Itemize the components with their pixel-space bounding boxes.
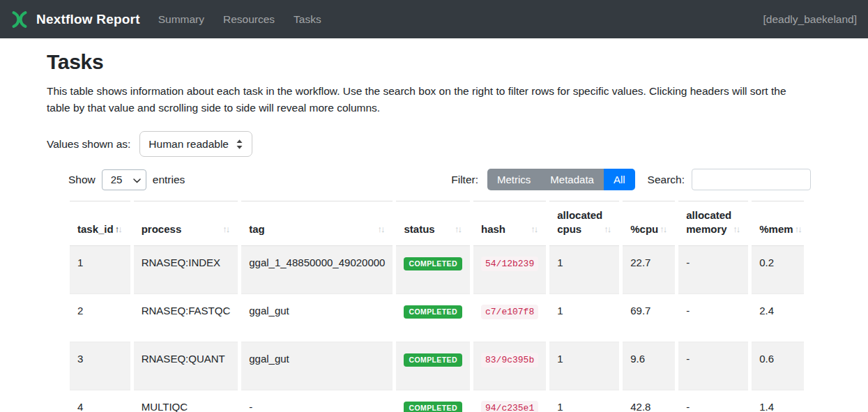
table-row: 1RNASEQ:INDEXggal_1_48850000_49020000COM… — [70, 246, 804, 294]
cell-tag: - — [241, 390, 393, 412]
cell-task_id: 3 — [70, 342, 130, 390]
cell-status: COMPLETED — [396, 294, 470, 342]
column-header-allocated_cpus[interactable]: allocated cpus↑↓ — [549, 201, 619, 246]
column-label: %mem — [759, 222, 793, 236]
cell-hash: 94/c235e1 — [473, 390, 546, 412]
table-controls-row: Show 25 entries Filter: MetricsMetadataA… — [47, 169, 811, 190]
table-header-row: task_id↑↓process↑↓tag↑↓status↑↓hash↑↓all… — [70, 201, 804, 246]
cell-task_id: 1 — [70, 246, 130, 294]
column-header-process[interactable]: process↑↓ — [134, 201, 238, 246]
values-shown-selected-value: Human readable — [149, 138, 229, 151]
page-length-control: Show 25 entries — [68, 169, 185, 190]
cell-value: MULTIQC — [142, 401, 188, 412]
cell-value: ggal_gut — [249, 353, 289, 365]
cell-pmem: 2.4 — [752, 294, 804, 342]
cell-process: RNASEQ:QUANT — [134, 342, 238, 390]
cell-value: ggal_1_48850000_49020000 — [249, 257, 385, 268]
cell-status: COMPLETED — [396, 390, 470, 412]
cell-value: 1 — [557, 353, 563, 365]
cell-value: 1 — [77, 257, 83, 268]
table-row: 4MULTIQC-COMPLETED94/c235e1142.8-1.4571.… — [70, 390, 804, 412]
hash-code: 83/9c395b — [481, 353, 538, 367]
cell-allocated_memory: - — [678, 246, 748, 294]
values-shown-select[interactable]: Human readable — [139, 131, 252, 157]
cell-value: - — [686, 353, 690, 365]
cell-process: RNASEQ:INDEX — [134, 246, 238, 294]
column-header-pcpu[interactable]: %cpu↑↓ — [623, 201, 675, 246]
cell-status: COMPLETED — [396, 246, 470, 294]
values-shown-row: Values shown as: Human readable — [47, 131, 811, 157]
cell-allocated_cpus: 1 — [549, 246, 619, 294]
navbar: Nextflow Report Summary Resources Tasks … — [0, 0, 868, 38]
cell-pmem: 1.4 — [752, 390, 804, 412]
nav-item-tasks[interactable]: Tasks — [294, 13, 321, 26]
hash-code: 54/12b239 — [481, 257, 538, 271]
table-row: 2RNASEQ:FASTQCggal_gutCOMPLETEDc7/e107f8… — [70, 294, 804, 342]
status-badge: COMPLETED — [404, 402, 462, 412]
cell-allocated_memory: - — [678, 390, 748, 412]
filter-button-all[interactable]: All — [604, 169, 635, 190]
nav-item-resources[interactable]: Resources — [223, 13, 275, 26]
sort-icon: ↑↓ — [531, 222, 538, 236]
cell-value: - — [686, 257, 690, 268]
page-length-select[interactable]: 25 — [102, 169, 146, 190]
status-badge: COMPLETED — [404, 257, 462, 270]
filter-button-metrics[interactable]: Metrics — [487, 169, 540, 190]
column-header-hash[interactable]: hash↑↓ — [473, 201, 546, 246]
page-title: Tasks — [47, 50, 811, 74]
cell-value: RNASEQ:QUANT — [142, 353, 225, 365]
cell-process: MULTIQC — [134, 390, 238, 412]
column-header-tag[interactable]: tag↑↓ — [241, 201, 393, 246]
cell-pcpu: 9.6 — [623, 342, 675, 390]
run-name-badge: [deadly_baekeland] — [763, 13, 857, 26]
search-label: Search: — [648, 174, 685, 186]
values-shown-label: Values shown as: — [47, 138, 130, 151]
entries-label: entries — [153, 174, 185, 186]
cell-value: 42.8 — [630, 401, 650, 412]
cell-pcpu: 42.8 — [623, 390, 675, 412]
cell-hash: 83/9c395b — [473, 342, 546, 390]
column-header-pmem[interactable]: %mem↑↓ — [752, 201, 804, 246]
sort-icon: ↑↓ — [604, 222, 611, 236]
column-header-task_id[interactable]: task_id↑↓ — [70, 201, 130, 246]
cell-value: 0.2 — [759, 257, 774, 268]
nextflow-logo-icon — [10, 10, 29, 29]
column-label: process — [142, 222, 182, 236]
column-label: tag — [249, 222, 265, 236]
filter-button-group: MetricsMetadataAll — [487, 169, 635, 190]
cell-tag: ggal_gut — [241, 342, 393, 390]
cell-value: 2 — [77, 305, 83, 316]
app-title[interactable]: Nextflow Report — [36, 12, 140, 27]
sort-icon: ↑↓ — [377, 222, 385, 236]
column-header-status[interactable]: status↑↓ — [396, 201, 470, 246]
sort-icon: ↑↓ — [455, 222, 462, 236]
cell-value: 9.6 — [630, 353, 645, 365]
cell-value: 1 — [557, 305, 563, 316]
cell-allocated_cpus: 1 — [549, 390, 619, 412]
cell-value: 69.7 — [630, 305, 650, 316]
cell-allocated_memory: - — [678, 342, 748, 390]
column-label: status — [404, 222, 434, 236]
cell-task_id: 2 — [70, 294, 130, 342]
nav-item-summary[interactable]: Summary — [158, 13, 204, 26]
tasks-table-wrapper[interactable]: task_id↑↓process↑↓tag↑↓status↑↓hash↑↓all… — [66, 201, 804, 412]
column-header-allocated_memory[interactable]: allocated memory↑↓ — [678, 201, 748, 246]
search-input[interactable] — [692, 169, 811, 190]
column-label: hash — [481, 222, 505, 236]
cell-process: RNASEQ:FASTQC — [134, 294, 238, 342]
cell-allocated_cpus: 1 — [549, 294, 619, 342]
cell-pcpu: 22.7 — [623, 246, 675, 294]
cell-value: RNASEQ:INDEX — [142, 257, 220, 268]
column-label: task_id — [77, 222, 114, 236]
cell-allocated_memory: - — [678, 294, 748, 342]
column-label: allocated cpus — [557, 208, 602, 236]
cell-hash: 54/12b239 — [473, 246, 546, 294]
cell-value: - — [249, 401, 252, 412]
filter-button-metadata[interactable]: Metadata — [540, 169, 604, 190]
sort-icon: ↑↓ — [660, 222, 667, 236]
page-length-value: 25 — [111, 174, 123, 185]
tasks-table: task_id↑↓process↑↓tag↑↓status↑↓hash↑↓all… — [66, 201, 804, 412]
cell-tag: ggal_1_48850000_49020000 — [241, 246, 393, 294]
sort-icon: ↑↓ — [733, 222, 740, 236]
cell-value: 2.4 — [759, 305, 774, 316]
